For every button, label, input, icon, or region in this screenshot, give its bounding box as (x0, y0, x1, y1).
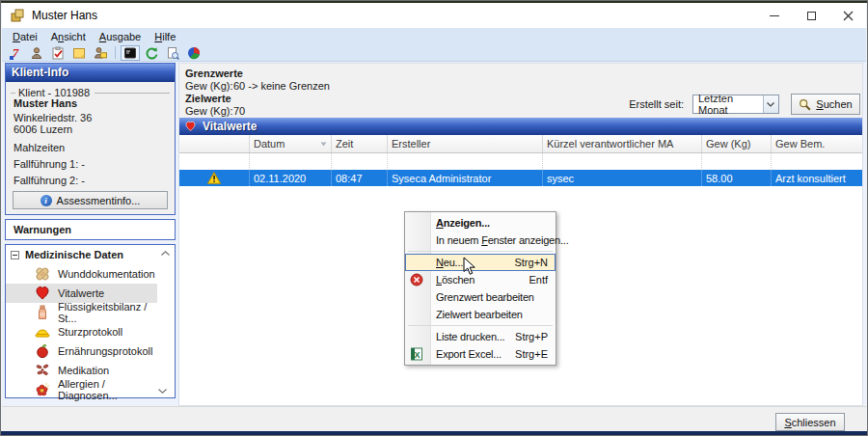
tree-item-fluessigkeitsbilanz[interactable]: Flüssigkeitsbilanz / St... (6, 303, 157, 322)
tree-item-label: Allergien / Diagnosen... (58, 378, 157, 401)
menu-item-zielwert-bearbeiten[interactable]: Zielwert bearbeiten (405, 306, 556, 323)
close-icon (843, 11, 854, 21)
menu-item-loeschen[interactable]: Löschen Entf (405, 271, 556, 288)
combobox-value: Letzten Monat (698, 93, 763, 116)
table-row-selected[interactable]: 02.11.2020 08:47 Syseca Administrator sy… (179, 170, 862, 186)
vitalwerte-section-bar: Vitalwerte (179, 118, 862, 135)
bottle-icon (35, 305, 50, 320)
maximize-icon (807, 12, 816, 20)
column-header-status[interactable] (179, 135, 250, 152)
tree-item-label: Vitalwerte (58, 287, 104, 299)
tree-item-label: Ernährungsprotokoll (58, 345, 152, 357)
person-icon[interactable] (27, 45, 46, 61)
klient-info-body: Klient - 101988 Muster Hans Winkelriedst… (6, 82, 175, 214)
menu-item-anzeigen[interactable]: Anzeigen... (405, 214, 556, 232)
warnings-header: Warnungen (14, 224, 71, 235)
column-header-gew-bem[interactable]: Gew Bem. (772, 135, 862, 152)
search-icon (799, 98, 811, 111)
assessmentinfo-button[interactable]: i Assessmentinfo... (13, 191, 168, 209)
menu-item-export-excel[interactable]: X Export Excel... Strg+E (405, 345, 556, 363)
tree-item-medikation[interactable]: Medikation (6, 361, 157, 380)
menu-separator (408, 325, 553, 326)
mouse-cursor (463, 257, 476, 276)
menu-separator (408, 251, 553, 252)
close-button[interactable] (829, 3, 866, 28)
heart-icon (35, 286, 50, 301)
scroll-down-icon[interactable] (158, 389, 167, 394)
menu-shortcut: Strg+E (505, 348, 548, 360)
sort-desc-icon (320, 142, 327, 147)
grid-header-row: Datum Zeit Ersteller Kürzel verantwortli… (179, 135, 862, 153)
maximize-button[interactable] (793, 3, 829, 28)
suchen-button[interactable]: Suchen (791, 94, 860, 115)
menu-item-grenzwert-bearbeiten[interactable]: Grenzwert bearbeiten (405, 288, 556, 306)
row-kuerzel: sysec (543, 170, 702, 186)
menubar: Datei Ansicht Ausgabe Hilfe (2, 28, 866, 44)
klient-info-panel: Klient-Info Klient - 101988 Muster Hans … (5, 63, 176, 215)
row-gew: 58.00 (702, 170, 772, 186)
window-controls (756, 3, 866, 28)
refresh-icon[interactable] (142, 45, 161, 61)
menu-item-neu[interactable]: Neu... Strg+N (405, 254, 556, 271)
bottom-bar: Schliessen (2, 406, 866, 433)
zielwerte-label: Zielwerte (185, 93, 330, 105)
tree-item-sturzprotokoll[interactable]: Sturzprotokoll (6, 322, 157, 341)
app-window: Muster Hans Datei Ansicht Ausgabe Hilfe … (0, 0, 868, 436)
collapse-icon[interactable] (11, 251, 19, 259)
warning-icon (207, 172, 221, 184)
column-header-ersteller[interactable]: Ersteller (388, 135, 543, 152)
menu-item-liste-drucken[interactable]: Liste drucken... Strg+P (405, 328, 556, 345)
column-header-kuerzel[interactable]: Kürzel verantwortlicher MA (543, 135, 702, 152)
row-zeit: 08:47 (332, 170, 388, 186)
column-header-zeit[interactable]: Zeit (332, 135, 388, 152)
person-badge-icon[interactable] (91, 45, 110, 61)
pills-icon (35, 363, 50, 378)
medical-data-tree: Medizinische Daten Wunddokumentation Vit… (5, 244, 176, 398)
chevron-down-icon (767, 102, 774, 107)
column-header-datum[interactable]: Datum (250, 135, 332, 152)
minimize-button[interactable] (756, 3, 793, 28)
grenzwerte-label: Grenzwerte (185, 68, 330, 80)
excel-icon: X (410, 347, 423, 361)
pie-chart-icon[interactable] (184, 45, 203, 61)
delete-icon (410, 273, 423, 286)
tree-item-ernaehrungsprotokoll[interactable]: Ernährungsprotokoll (6, 341, 157, 361)
menu-ausgabe[interactable]: Ausgabe (93, 30, 148, 43)
tree-item-allergien[interactable]: Allergien / Diagnosen... (6, 380, 157, 399)
klient-address-2: 6006 Luzern (14, 123, 169, 135)
notes-icon[interactable] (69, 45, 89, 61)
scroll-up-icon[interactable] (161, 251, 170, 256)
apple-icon (35, 343, 50, 359)
seven-logo-icon[interactable]: 7 (6, 45, 25, 61)
window-title: Muster Hans (32, 9, 97, 22)
menu-hilfe[interactable]: Hilfe (148, 30, 182, 43)
tree-item-label: Wunddokumentation (58, 268, 155, 280)
erstellt-seit-label: Erstellt seit: (618, 98, 684, 110)
combobox-dropdown-button[interactable] (763, 95, 778, 113)
clipboard-check-icon[interactable] (48, 45, 68, 61)
menu-datei[interactable]: Datei (6, 30, 44, 43)
menu-ansicht[interactable]: Ansicht (44, 30, 93, 43)
section-title: Vitalwerte (203, 120, 257, 133)
tree-header-label: Medizinische Daten (25, 249, 123, 260)
klient-address-1: Winkelriedstr. 36 (14, 112, 169, 123)
info-icon: i (41, 195, 52, 206)
terminal-icon[interactable] (121, 45, 140, 61)
klient-meals-label: Mahlzeiten (14, 142, 169, 153)
grenzwert-value: 60 -> keine Grenzen (233, 80, 330, 93)
column-header-gew[interactable]: Gew (Kg) (702, 135, 772, 152)
bandage-icon (35, 266, 50, 282)
tree-item-wunddokumentation[interactable]: Wunddokumentation (6, 264, 157, 284)
schliessen-button[interactable]: Schliessen (775, 413, 845, 431)
print-preview-icon[interactable] (163, 45, 182, 61)
warnings-panel: Warnungen (5, 219, 176, 240)
heart-icon (184, 121, 197, 132)
window-top-edge (1, 1, 867, 3)
row-status-cell (179, 170, 250, 186)
erstellt-seit-combobox[interactable]: Letzten Monat (692, 95, 779, 114)
context-menu: Anzeigen... In neuem Fenster anzeigen...… (404, 211, 556, 366)
tree-item-label: Medikation (58, 365, 109, 376)
menu-item-in-neuem-fenster[interactable]: In neuem Fenster anzeigen... (405, 232, 556, 249)
tree-item-vitalwerte[interactable]: Vitalwerte (6, 284, 157, 303)
klient-name: Muster Hans (14, 97, 169, 109)
